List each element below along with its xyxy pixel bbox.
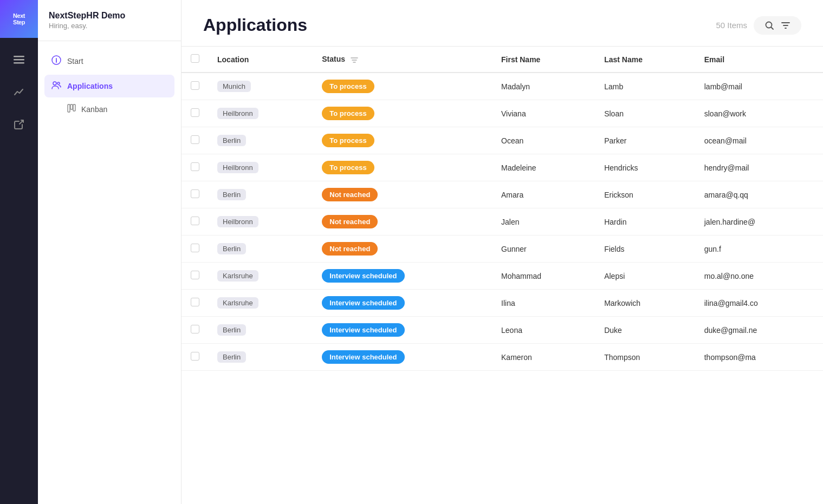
row-checkbox[interactable] bbox=[191, 162, 199, 171]
row-location[interactable]: Heilbronn bbox=[209, 154, 313, 181]
row-first-name[interactable]: Mohammad bbox=[492, 263, 595, 290]
row-first-name[interactable]: Gunner bbox=[492, 235, 595, 263]
sidebar-item-start-label: Start bbox=[67, 57, 83, 66]
sidebar-item-kanban[interactable]: Kanban bbox=[44, 100, 174, 119]
sidebar-item-applications[interactable]: Applications bbox=[44, 75, 174, 97]
applications-table: Location Status First Name bbox=[182, 47, 823, 371]
row-last-name[interactable]: Thompson bbox=[595, 344, 696, 371]
col-first-name: First Name bbox=[492, 47, 595, 73]
org-sub: Hiring, easy. bbox=[49, 22, 170, 30]
row-email[interactable]: sloan@work bbox=[696, 100, 823, 127]
row-first-name[interactable]: Amara bbox=[492, 181, 595, 208]
row-location[interactable]: Karlsruhe bbox=[209, 290, 313, 317]
row-status[interactable]: Not reached bbox=[313, 235, 492, 263]
row-last-name[interactable]: Markowich bbox=[595, 290, 696, 317]
row-last-name[interactable]: Alepsi bbox=[595, 263, 696, 290]
row-location[interactable]: Berlin bbox=[209, 181, 313, 208]
row-checkbox-cell bbox=[182, 317, 209, 344]
row-email[interactable]: ocean@mail bbox=[696, 127, 823, 154]
row-first-name[interactable]: Ilina bbox=[492, 290, 595, 317]
sidebar-item-start[interactable]: Start bbox=[44, 50, 174, 73]
svg-rect-1 bbox=[14, 59, 24, 61]
row-location[interactable]: Berlin bbox=[209, 235, 313, 263]
location-badge: Berlin bbox=[217, 135, 246, 146]
location-badge: Berlin bbox=[217, 351, 246, 363]
row-first-name[interactable]: Viviana bbox=[492, 100, 595, 127]
row-location[interactable]: Karlsruhe bbox=[209, 263, 313, 290]
applications-icon bbox=[51, 80, 62, 92]
filter-button[interactable] bbox=[777, 19, 794, 31]
location-badge: Heilbronn bbox=[217, 162, 258, 173]
sidebar-item-kanban-label: Kanban bbox=[81, 105, 107, 114]
row-first-name[interactable]: Ocean bbox=[492, 127, 595, 154]
select-all-checkbox[interactable] bbox=[191, 54, 199, 63]
row-checkbox[interactable] bbox=[191, 352, 199, 361]
row-email[interactable]: thompson@ma bbox=[696, 344, 823, 371]
row-checkbox-cell bbox=[182, 154, 209, 181]
row-last-name[interactable]: Hardin bbox=[595, 208, 696, 235]
info-icon bbox=[51, 55, 62, 67]
row-last-name[interactable]: Parker bbox=[595, 127, 696, 154]
svg-rect-8 bbox=[73, 104, 75, 111]
row-status[interactable]: Interview scheduled bbox=[313, 344, 492, 371]
row-checkbox[interactable] bbox=[191, 298, 199, 306]
status-filter-icon[interactable] bbox=[351, 56, 358, 64]
row-email[interactable]: duke@gmail.ne bbox=[696, 317, 823, 344]
row-email[interactable]: lamb@mail bbox=[696, 73, 823, 100]
row-email[interactable]: ilina@gmail4.co bbox=[696, 290, 823, 317]
row-first-name[interactable]: Kameron bbox=[492, 344, 595, 371]
row-location[interactable]: Berlin bbox=[209, 127, 313, 154]
row-checkbox[interactable] bbox=[191, 244, 199, 252]
external-link-icon[interactable] bbox=[8, 114, 30, 135]
row-last-name[interactable]: Lamb bbox=[595, 73, 696, 100]
search-button[interactable] bbox=[761, 19, 777, 31]
row-last-name[interactable]: Duke bbox=[595, 317, 696, 344]
row-first-name[interactable]: Jalen bbox=[492, 208, 595, 235]
row-checkbox[interactable] bbox=[191, 217, 199, 225]
col-status: Status bbox=[313, 47, 492, 73]
row-email[interactable]: jalen.hardine@ bbox=[696, 208, 823, 235]
menu-icon[interactable] bbox=[8, 49, 30, 70]
row-email[interactable]: gun.f bbox=[696, 235, 823, 263]
row-location[interactable]: Heilbronn bbox=[209, 100, 313, 127]
row-last-name[interactable]: Hendricks bbox=[595, 154, 696, 181]
row-status[interactable]: Not reached bbox=[313, 181, 492, 208]
row-first-name[interactable]: Leona bbox=[492, 317, 595, 344]
status-badge: Interview scheduled bbox=[322, 269, 404, 283]
row-checkbox[interactable] bbox=[191, 271, 199, 279]
row-last-name[interactable]: Fields bbox=[595, 235, 696, 263]
row-checkbox[interactable] bbox=[191, 189, 199, 198]
row-last-name[interactable]: Sloan bbox=[595, 100, 696, 127]
table-row: Heilbronn To process Madeleine Hendricks… bbox=[182, 154, 823, 181]
row-email[interactable]: amara@q.qq bbox=[696, 181, 823, 208]
row-checkbox[interactable] bbox=[191, 108, 199, 117]
row-email[interactable]: hendry@mail bbox=[696, 154, 823, 181]
header-right: 50 Items bbox=[716, 16, 801, 35]
row-status[interactable]: To process bbox=[313, 100, 492, 127]
sidebar-item-applications-label: Applications bbox=[67, 82, 113, 90]
status-badge: To process bbox=[322, 80, 374, 93]
location-badge: Heilbronn bbox=[217, 216, 258, 227]
row-status[interactable]: To process bbox=[313, 73, 492, 100]
row-location[interactable]: Munich bbox=[209, 73, 313, 100]
app-logo: NextStep bbox=[0, 0, 38, 38]
row-email[interactable]: mo.al@no.one bbox=[696, 263, 823, 290]
row-location[interactable]: Heilbronn bbox=[209, 208, 313, 235]
row-checkbox[interactable] bbox=[191, 135, 199, 144]
row-location[interactable]: Berlin bbox=[209, 317, 313, 344]
row-first-name[interactable]: Madeleine bbox=[492, 154, 595, 181]
row-status[interactable]: Interview scheduled bbox=[313, 290, 492, 317]
row-first-name[interactable]: Madalyn bbox=[492, 73, 595, 100]
row-status[interactable]: To process bbox=[313, 127, 492, 154]
row-status[interactable]: To process bbox=[313, 154, 492, 181]
row-last-name[interactable]: Erickson bbox=[595, 181, 696, 208]
table-container: Location Status First Name bbox=[182, 47, 823, 504]
analytics-icon[interactable] bbox=[8, 81, 30, 103]
svg-point-5 bbox=[57, 82, 60, 84]
row-status[interactable]: Not reached bbox=[313, 208, 492, 235]
row-location[interactable]: Berlin bbox=[209, 344, 313, 371]
row-status[interactable]: Interview scheduled bbox=[313, 263, 492, 290]
row-status[interactable]: Interview scheduled bbox=[313, 317, 492, 344]
row-checkbox[interactable] bbox=[191, 81, 199, 90]
row-checkbox[interactable] bbox=[191, 325, 199, 333]
